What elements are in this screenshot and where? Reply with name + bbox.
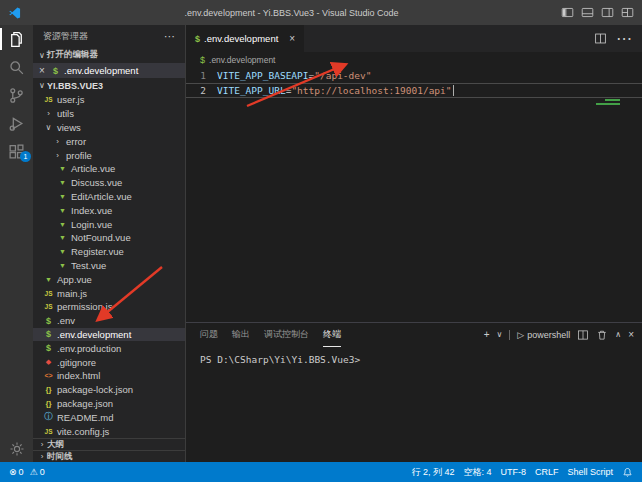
panel-tab[interactable]: 问题 (200, 323, 218, 347)
open-editors-header[interactable]: ∨ 打开的编辑器 (33, 47, 185, 63)
tree-item-label: .gitignore (57, 357, 96, 368)
file-type-icon: JS (43, 428, 54, 435)
tree-item[interactable]: ▼ Login.vue (33, 217, 185, 231)
project-section-header[interactable]: ∨ YI.BBS.VUE3 (33, 78, 185, 93)
shellscript-file-icon: $ (50, 66, 61, 76)
file-type-icon: ▼ (57, 165, 68, 172)
activity-settings[interactable] (0, 441, 33, 457)
chevron-right-icon: › (37, 452, 47, 461)
cursor-position[interactable]: 行 2, 列 42 (411, 466, 454, 479)
activity-explorer[interactable] (0, 25, 33, 53)
warning-count: 0 (40, 467, 45, 477)
tree-item[interactable]: ▼ Test.vue (33, 259, 185, 273)
customize-layout-icon[interactable] (621, 6, 634, 19)
toggle-secondary-sidebar-icon[interactable] (601, 6, 614, 19)
sidebar-title: 资源管理器 (43, 30, 88, 43)
file-type-icon: JS (43, 96, 54, 103)
timeline-section-header[interactable]: › 时间线 (33, 450, 185, 462)
file-type-icon: {} (43, 385, 54, 394)
close-panel-icon[interactable]: × (628, 330, 634, 340)
tree-item-label: Index.vue (71, 205, 112, 216)
file-type-icon: $ (43, 343, 54, 353)
language-mode[interactable]: Shell Script (567, 467, 613, 477)
file-type-icon: JS (43, 303, 54, 310)
chevron-right-icon: › (37, 440, 47, 449)
terminal[interactable]: PS D:\CSharp\Yi\Yi.BBS.Vue3> (186, 347, 642, 462)
terminal-instance-label: powershell (527, 330, 570, 340)
tab-label: .env.development (204, 33, 278, 44)
file-tree: JS user.js › utils ∨ views › (33, 93, 185, 438)
tree-item[interactable]: JS permission.js (33, 300, 185, 314)
tree-item[interactable]: › error (33, 134, 185, 148)
tree-item[interactable]: ▼ EditArticle.vue (33, 190, 185, 204)
panel-tab[interactable]: 终端 (323, 323, 341, 347)
problems-status[interactable]: ⊗ 0 ⚠ 0 (9, 467, 45, 477)
tree-item[interactable]: ⓘ README.md (33, 410, 185, 424)
tree-item-label: .env (57, 315, 75, 326)
tree-item[interactable]: › utils (33, 107, 185, 121)
tree-item-label: README.md (57, 412, 113, 423)
panel-tab[interactable]: 调试控制台 (264, 323, 309, 347)
tree-item[interactable]: ▼ NotFound.vue (33, 231, 185, 245)
tree-item[interactable]: ∨ views (33, 121, 185, 135)
activity-run-debug[interactable] (0, 109, 33, 137)
kill-terminal-icon[interactable] (596, 329, 608, 341)
outline-section-header[interactable]: › 大纲 (33, 438, 185, 450)
tree-item[interactable]: ▼ Index.vue (33, 203, 185, 217)
split-terminal-icon[interactable] (577, 329, 589, 341)
open-editor-item[interactable]: × $ .env.development (33, 63, 185, 78)
eol-sequence[interactable]: CRLF (535, 467, 559, 477)
terminal-profile-dropdown-icon[interactable]: ∨ (496, 331, 502, 339)
tree-item[interactable]: JS vite.config.js (33, 424, 185, 438)
open-editors-list: × $ .env.development (33, 63, 185, 78)
terminal-prompt: PS D:\CSharp\Yi\Yi.BBS.Vue3> (200, 354, 360, 365)
file-type-icon: ∨ (43, 123, 54, 132)
tree-item[interactable]: ▼ App.vue (33, 272, 185, 286)
editor-more-actions-icon[interactable]: ⋯ (616, 29, 632, 48)
activity-extensions[interactable]: 1 (0, 137, 33, 165)
notifications-bell-icon[interactable] (622, 467, 633, 478)
tree-item[interactable]: ▼ Discuss.vue (33, 176, 185, 190)
split-editor-icon[interactable] (594, 32, 607, 45)
tree-item[interactable]: ▼ Article.vue (33, 162, 185, 176)
tree-item[interactable]: $ .env (33, 314, 185, 328)
tree-item[interactable]: ◆ .gitignore (33, 355, 185, 369)
activity-search[interactable] (0, 53, 33, 81)
file-type-icon: › (52, 137, 63, 146)
breadcrumb-item[interactable]: .env.development (209, 55, 275, 65)
panel-tabs: 问题 输出 调试控制台 终端 (200, 323, 341, 347)
tree-item[interactable]: › profile (33, 148, 185, 162)
tree-item[interactable]: $ .env.development (33, 328, 185, 342)
indentation[interactable]: 空格: 4 (463, 466, 491, 479)
terminal-instance-powershell[interactable]: ▷ powershell (517, 330, 570, 340)
panel-tab[interactable]: 输出 (232, 323, 250, 347)
activity-bar: 1 (0, 25, 33, 462)
file-type-icon: JS (43, 290, 54, 297)
tree-item-label: profile (66, 150, 92, 161)
toggle-panel-icon[interactable] (581, 6, 594, 19)
breadcrumb[interactable]: $ .env.development (186, 52, 642, 68)
file-type-icon: › (43, 109, 54, 118)
close-icon[interactable]: × (37, 65, 47, 76)
maximize-panel-icon[interactable]: ∧ (615, 331, 621, 339)
tree-item-label: Discuss.vue (71, 177, 122, 188)
tree-item[interactable]: {} package-lock.json (33, 383, 185, 397)
code-line[interactable]: 2 VITE_APP_URL="http://localhost:19001/a… (186, 83, 642, 98)
new-terminal-icon[interactable]: + (484, 330, 490, 340)
tree-item[interactable]: <> index.html (33, 369, 185, 383)
close-tab-icon[interactable]: × (289, 33, 295, 44)
tree-item[interactable]: JS main.js (33, 286, 185, 300)
tree-item[interactable]: {} package.json (33, 397, 185, 411)
tree-item[interactable]: ▼ Register.vue (33, 245, 185, 259)
code-line[interactable]: 1 VITE_APP_BASEAPI="/api-dev" (186, 68, 642, 83)
tree-item-label: Login.vue (71, 219, 112, 230)
tree-item[interactable]: JS user.js (33, 93, 185, 107)
tree-item[interactable]: $ .env.production (33, 341, 185, 355)
code-editor[interactable]: 1 VITE_APP_BASEAPI="/api-dev" 2 VITE_APP… (186, 68, 642, 322)
tab-env-development[interactable]: $ .env.development × (186, 25, 304, 52)
more-actions-icon[interactable]: ⋯ (164, 30, 175, 43)
activity-source-control[interactable] (0, 81, 33, 109)
error-icon: ⊗ (9, 467, 17, 477)
encoding[interactable]: UTF-8 (500, 467, 526, 477)
toggle-primary-sidebar-icon[interactable] (561, 6, 574, 19)
